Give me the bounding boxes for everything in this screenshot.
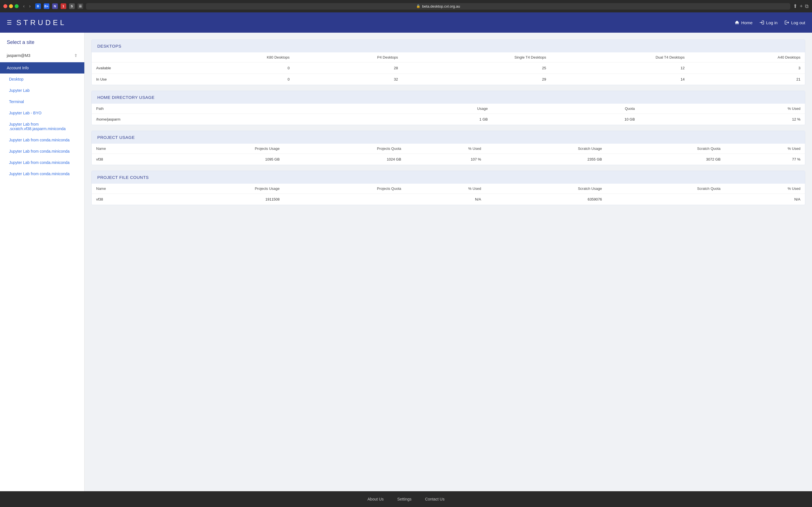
inuse-label: In Use <box>92 74 178 85</box>
account-info-label: Account Info <box>7 66 29 70</box>
project-file-counts-section: PROJECT FILE COUNTS Name Projects Usage … <box>91 171 805 205</box>
home-dir-pct: 12 % <box>640 114 805 125</box>
sidebar-item-jupyter-lab-byo[interactable]: Jupyter Lab - BYO <box>0 107 84 119</box>
logout-link[interactable]: Log out <box>784 20 805 25</box>
maximize-button[interactable] <box>15 4 18 8</box>
settings-link[interactable]: Settings <box>397 497 412 501</box>
home-dir-col-path: Path <box>92 104 344 114</box>
desktops-col-single-t4: Single T4 Desktops <box>403 52 551 62</box>
minimize-button[interactable] <box>9 4 13 8</box>
pu-col-proj-quota: Projects Quota <box>284 144 406 154</box>
pfc-col-scratch-usage: Scratch Usage <box>486 184 606 194</box>
home-dir-section: HOME DIRECTORY USAGE Path Usage Quota % … <box>91 91 805 125</box>
share-button[interactable]: ⬆ <box>793 3 797 9</box>
ext2-icon[interactable]: B+ <box>44 3 49 9</box>
home-link[interactable]: Home <box>734 20 753 25</box>
inuse-k80: 0 <box>178 74 294 85</box>
pfc-col-pct2: % Used <box>725 184 805 194</box>
pu-projects-usage: 1095 GB <box>160 154 284 165</box>
about-link[interactable]: About Us <box>367 497 384 501</box>
desktops-col-p4: P4 Desktops <box>294 52 402 62</box>
login-link[interactable]: Log in <box>759 20 777 25</box>
ext3-icon[interactable]: N <box>52 3 58 9</box>
desktops-section: DESKTOPS K80 Desktops P4 Desktops Single… <box>91 40 805 85</box>
pu-scratch-quota: 3072 GB <box>606 154 725 165</box>
sidebar-user-label: jasparm@M3 <box>7 53 30 58</box>
table-row: Available 0 28 25 12 3 <box>92 62 805 74</box>
sidebar-item-desktop[interactable]: Desktop <box>0 73 84 85</box>
desktops-col-k80: K80 Desktops <box>178 52 294 62</box>
main-content: DESKTOPS K80 Desktops P4 Desktops Single… <box>85 33 812 491</box>
pfc-col-scratch-quota: Scratch Quota <box>606 184 725 194</box>
desktops-col-label <box>92 52 178 62</box>
home-dir-table: Path Usage Quota % Used /home/jasparm 1 … <box>92 104 805 125</box>
home-label: Home <box>741 20 753 25</box>
pu-col-pct2: % Used <box>725 144 805 154</box>
project-file-counts-header: PROJECT FILE COUNTS <box>92 171 805 184</box>
sidebar-item-jupyter-lab[interactable]: Jupyter Lab <box>0 85 84 96</box>
home-dir-header-row: Path Usage Quota % Used <box>92 104 805 114</box>
pfc-pct-projects: N/A <box>406 194 486 205</box>
pfc-col-name: Name <box>92 184 160 194</box>
inuse-single-t4: 29 <box>403 74 551 85</box>
table-row: /home/jasparm 1 GB 10 GB 12 % <box>92 114 805 125</box>
pfc-header-row: Name Projects Usage Projects Quota % Use… <box>92 184 805 194</box>
desktops-col-a40: A40 Desktops <box>689 52 805 62</box>
home-dir-col-pct: % Used <box>640 104 805 114</box>
forward-button[interactable]: › <box>28 3 32 9</box>
sidebar-user[interactable]: jasparm@M3 ⇧ <box>0 51 84 60</box>
new-tab-button[interactable]: + <box>800 3 803 9</box>
pfc-projects-usage: 1911508 <box>160 194 284 205</box>
sidebar-item-terminal[interactable]: Terminal <box>0 96 84 107</box>
login-label: Log in <box>766 20 777 25</box>
desktops-header-row: K80 Desktops P4 Desktops Single T4 Deskt… <box>92 52 805 62</box>
app-logo: STRUDEL <box>16 18 734 27</box>
pu-col-proj-usage: Projects Usage <box>160 144 284 154</box>
home-dir-quota: 10 GB <box>492 114 640 125</box>
pu-pct-projects: 107 % <box>406 154 486 165</box>
sidebar-item-jupyter-lab-scratch[interactable]: Jupyter Lab from .scratch.vf38.jasparm.m… <box>0 119 84 134</box>
login-icon <box>759 20 764 25</box>
pu-col-scratch-usage: Scratch Usage <box>486 144 606 154</box>
browser-chrome: ‹ › B B+ N 1 S ☰ 🔒 beta.desktop.cvl.org.… <box>0 0 812 12</box>
sidebar-item-jupyter-lab-conda-1[interactable]: Jupyter Lab from conda.miniconda <box>0 134 84 146</box>
address-bar[interactable]: 🔒 beta.desktop.cvl.org.au <box>86 3 791 10</box>
available-k80: 0 <box>178 62 294 74</box>
sidebar-item-account-info[interactable]: Account Info <box>0 62 84 73</box>
project-usage-section: PROJECT USAGE Name Projects Usage Projec… <box>91 131 805 165</box>
pfc-projects-quota <box>284 194 406 205</box>
ext6-icon[interactable]: ☰ <box>78 3 83 9</box>
close-button[interactable] <box>3 4 7 8</box>
sidebar: Select a site jasparm@M3 ⇧ Account Info … <box>0 33 85 491</box>
url-text: beta.desktop.cvl.org.au <box>422 4 460 8</box>
back-button[interactable]: ‹ <box>21 3 26 9</box>
sidebar-item-jupyter-lab-conda-4[interactable]: Jupyter Lab from conda.miniconda <box>0 168 84 179</box>
lock-icon: 🔒 <box>416 4 420 8</box>
sidebar-item-jupyter-lab-conda-3[interactable]: Jupyter Lab from conda.miniconda <box>0 157 84 168</box>
browser-nav: ‹ › <box>21 3 33 9</box>
pu-projects-quota: 1024 GB <box>284 154 406 165</box>
pu-col-scratch-quota: Scratch Quota <box>606 144 725 154</box>
inuse-p4: 32 <box>294 74 402 85</box>
pfc-name: vf38 <box>92 194 160 205</box>
available-dual-t4: 12 <box>551 62 689 74</box>
contact-link[interactable]: Contact Us <box>425 497 444 501</box>
main-layout: Select a site jasparm@M3 ⇧ Account Info … <box>0 33 812 491</box>
sidebar-item-jupyter-lab-conda-2[interactable]: Jupyter Lab from conda.miniconda <box>0 146 84 157</box>
home-icon <box>734 20 740 25</box>
table-row: In Use 0 32 29 14 21 <box>92 74 805 85</box>
ext5-icon[interactable]: S <box>69 3 75 9</box>
pu-scratch-usage: 2355 GB <box>486 154 606 165</box>
ext4-icon[interactable]: 1 <box>61 3 66 9</box>
desktops-col-dual-t4: Dual T4 Desktops <box>551 52 689 62</box>
home-dir-col-usage: Usage <box>344 104 492 114</box>
tabs-button[interactable]: ⧉ <box>805 3 809 9</box>
desktops-table: K80 Desktops P4 Desktops Single T4 Deskt… <box>92 52 805 85</box>
available-single-t4: 25 <box>403 62 551 74</box>
pu-col-pct1: % Used <box>406 144 486 154</box>
bitwarden-icon[interactable]: B <box>35 3 41 9</box>
hamburger-button[interactable]: ☰ <box>7 19 12 26</box>
project-usage-header-row: Name Projects Usage Projects Quota % Use… <box>92 144 805 154</box>
pfc-col-proj-usage: Projects Usage <box>160 184 284 194</box>
available-a40: 3 <box>689 62 805 74</box>
